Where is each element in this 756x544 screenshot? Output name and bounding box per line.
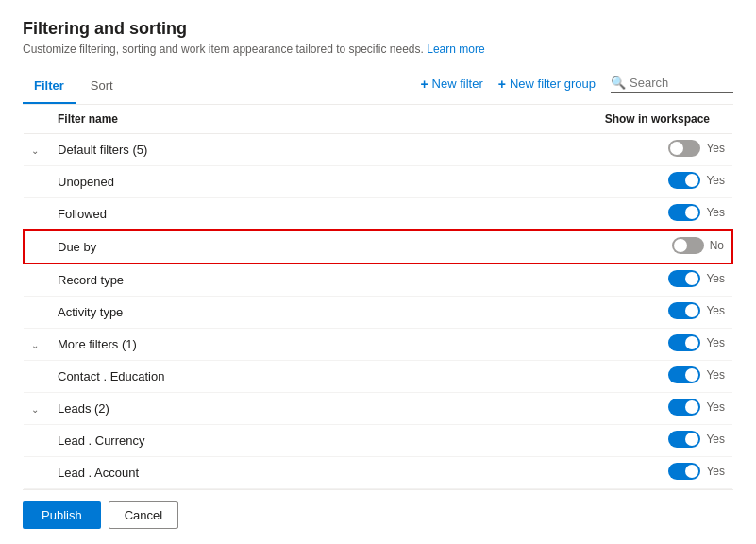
filter-table: Filter name Show in workspace ⌄Default f… [23,105,733,489]
filter-name-cell: Contact . Education [50,361,374,393]
toggle-wrap: Yes [668,366,725,383]
toggle-label: Yes [706,368,725,382]
toggle-slider[interactable] [668,204,700,221]
tabs-bar: Filter Sort + New filter + New filter gr… [23,71,733,105]
expand-cell [24,361,50,393]
toggle-slider[interactable] [672,237,704,254]
chevron-down-icon[interactable]: ⌄ [31,340,39,350]
expand-cell [24,198,50,231]
toggle-switch[interactable] [668,366,700,383]
toggle-cell: Yes [374,329,732,361]
toggle-cell: Yes [374,457,732,489]
table-row: Lead . CurrencyYes [24,425,732,457]
toggle-slider[interactable] [668,172,700,189]
toggle-wrap: Yes [668,270,725,287]
filter-name-cell: More filters (1) [50,329,374,361]
toggle-cell: Yes [374,425,732,457]
expand-cell: ⌄ [24,134,50,166]
filter-name-cell: Lead . Currency [50,425,374,457]
toggle-switch[interactable] [668,270,700,287]
toggle-switch[interactable] [668,463,700,480]
toggle-label: Yes [706,174,725,187]
toggle-switch[interactable] [668,399,700,416]
col-expand-header [24,105,50,134]
toggle-label: Yes [706,272,725,285]
expand-cell [24,264,50,297]
new-filter-group-button[interactable]: + New filter group [498,76,596,92]
toggle-cell: Yes [374,198,732,231]
toggle-cell: No [374,230,732,264]
filter-name-cell: Followed [50,198,374,231]
page-title: Filtering and sorting [23,19,733,39]
toggle-wrap: No [672,237,724,254]
page-subtitle: Customize filtering, sorting and work it… [23,42,733,56]
toggle-slider[interactable] [668,334,700,351]
toggle-switch[interactable] [668,172,700,189]
toggle-label: Yes [706,400,725,414]
cancel-button[interactable]: Cancel [109,502,178,529]
expand-cell [24,457,50,489]
chevron-down-icon[interactable]: ⌄ [31,145,39,156]
learn-more-link[interactable]: Learn more [427,42,484,56]
filter-name-cell: Lead . Account [50,457,374,489]
toggle-cell: Yes [374,297,732,329]
toggle-slider[interactable] [668,302,700,319]
toggle-wrap: Yes [668,302,725,319]
table-row: Record typeYes [24,264,732,297]
toggle-slider[interactable] [668,463,700,480]
toggle-switch[interactable] [668,204,700,221]
toggle-cell: Yes [374,264,732,297]
toggle-wrap: Yes [668,431,725,448]
toggle-cell: Yes [374,166,732,198]
table-row: Activity typeYes [24,297,732,329]
toggle-slider[interactable] [668,399,700,416]
col-show-header: Show in workspace [374,105,732,134]
toggle-wrap: Yes [668,204,725,221]
filter-name-cell: Record type [50,264,374,297]
toggle-slider[interactable] [668,431,700,448]
filter-name-cell: Due by [50,230,374,264]
table-row: Due byNo [24,230,732,264]
filter-name-cell: Default filters (5) [50,134,374,166]
toggle-label: Yes [706,336,725,349]
search-input[interactable] [630,76,733,90]
expand-cell [24,297,50,329]
table-row: Contact . EducationYes [24,361,732,393]
filter-name-cell: Leads (2) [50,393,374,425]
filter-name-cell: Activity type [50,297,374,329]
toggle-cell: Yes [374,361,732,393]
tab-filter[interactable]: Filter [23,71,76,104]
toggle-wrap: Yes [668,463,725,480]
toolbar: + New filter + New filter group 🔍 [420,76,733,100]
toggle-label: Yes [706,304,725,317]
toggle-label: No [710,239,724,252]
footer: Publish Cancel [23,489,733,529]
toggle-switch[interactable] [668,140,700,157]
expand-cell [24,425,50,457]
toggle-cell: Yes [374,134,732,166]
expand-cell [24,230,50,264]
toggle-switch[interactable] [668,334,700,351]
publish-button[interactable]: Publish [23,502,101,529]
search-box: 🔍 [611,76,733,93]
chevron-down-icon[interactable]: ⌄ [31,404,39,415]
toggle-switch[interactable] [668,431,700,448]
new-filter-button[interactable]: + New filter [420,76,482,92]
toggle-slider[interactable] [668,366,700,383]
expand-cell [24,166,50,198]
toggle-cell: Yes [374,393,732,425]
table-row: ⌄More filters (1)Yes [24,329,732,361]
toggle-slider[interactable] [668,140,700,157]
table-row: Lead . AccountYes [24,457,732,489]
table-row: UnopenedYes [24,166,732,198]
table-row: ⌄Leads (2)Yes [24,393,732,425]
table-row: ⌄Default filters (5)Yes [24,134,732,166]
filter-table-area: Filter name Show in workspace ⌄Default f… [23,105,733,489]
expand-cell: ⌄ [24,329,50,361]
toggle-label: Yes [706,465,725,478]
tab-sort[interactable]: Sort [79,71,125,104]
toggle-slider[interactable] [668,270,700,287]
toggle-wrap: Yes [668,399,725,416]
toggle-switch[interactable] [668,302,700,319]
toggle-switch[interactable] [672,237,704,254]
